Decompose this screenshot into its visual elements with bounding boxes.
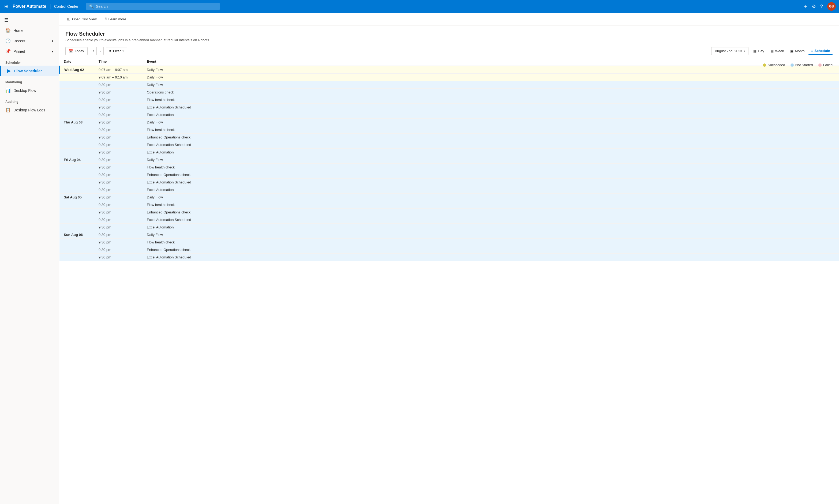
app-body: ☰ 🏠 Home 🕐 Recent ▾ 📌 Pinned ▾ Scheduler… [0,13,839,504]
table-row[interactable]: 9:30 pmFlow health check [59,239,839,246]
table-row[interactable]: 9:30 pmExcel Automation [59,223,839,231]
table-row[interactable]: Sat Aug 059:30 pmDaily Flow [59,194,839,201]
page-header: Flow Scheduler Schedules enable you to e… [59,25,839,45]
learn-more-button[interactable]: ℹ Learn more [104,16,128,22]
time-cell: 9:30 pm [94,186,143,194]
time-cell: 9:30 pm [94,119,143,126]
col-time: Time [94,57,143,66]
toolbar-strip: ⊞ Open Grid View ℹ Learn more [59,13,839,25]
time-cell: 9:30 pm [94,126,143,133]
app-title: Power Automate [13,4,46,9]
settings-icon[interactable]: ⚙ [812,3,816,10]
prev-button[interactable]: ‹ [90,47,97,55]
table-row[interactable]: 9:30 pmExcel Automation Scheduled [59,104,839,111]
legend-failed-label: Failed [823,63,833,67]
event-cell: Enhanced Operations check [143,246,839,254]
table-row[interactable]: 9:30 pmExcel Automation Scheduled [59,254,839,261]
event-cell: Excel Automation Scheduled [143,141,839,149]
search-input[interactable] [96,4,217,8]
table-row[interactable]: 9:30 pmExcel Automation [59,149,839,156]
waffle-icon[interactable]: ⊞ [3,2,10,11]
table-row[interactable]: Fri Aug 049:30 pmDaily Flow [59,156,839,164]
help-icon[interactable]: ? [820,4,823,10]
table-row[interactable]: 9:30 pmExcel Automation [59,111,839,119]
view-schedule-button[interactable]: ≡ Schedule [808,47,833,55]
legend-not-started-label: Not Started [795,63,813,67]
table-row[interactable]: 9:09 am – 9:10 amDaily Flow [59,74,839,81]
sidebar-item-flow-scheduler[interactable]: ▶ Flow Scheduler [0,66,59,76]
failed-dot [818,64,822,67]
table-row[interactable]: 9:30 pmEnhanced Operations check [59,133,839,141]
date-selector[interactable]: August 2nd, 2023 ▾ [711,47,748,55]
time-cell: 9:30 pm [94,231,143,239]
time-cell: 9:09 am – 9:10 am [94,74,143,81]
date-cell [59,149,94,156]
sidebar-item-recent[interactable]: 🕐 Recent ▾ [0,36,59,46]
filter-button[interactable]: ≡ Filter ▾ [106,47,127,55]
table-row[interactable]: 9:30 pmExcel Automation Scheduled [59,179,839,186]
table-row[interactable]: 9:30 pmFlow health check [59,201,839,209]
sidebar-toggle[interactable]: ☰ [0,15,59,25]
not-started-dot [790,64,794,67]
sidebar-item-desktop-flow[interactable]: 📊 Desktop Flow [0,85,59,96]
event-cell: Flow health check [143,164,839,171]
search-bar[interactable]: 🔍 [86,3,220,10]
monitoring-section-label: Monitoring [0,76,59,85]
sidebar-item-desktop-flow-logs[interactable]: 📋 Desktop Flow Logs [0,105,59,115]
event-cell: Flow health check [143,201,839,209]
next-button[interactable]: › [97,47,103,55]
day-view-icon: ▦ [753,49,756,53]
event-cell: Excel Automation Scheduled [143,254,839,261]
today-button[interactable]: 📅 Today [65,47,88,55]
event-cell: Enhanced Operations check [143,171,839,179]
time-cell: 9:07 am – 9:07 am [94,66,143,74]
event-cell: Excel Automation [143,186,839,194]
schedule-container: Date Time Event Wed Aug 029:07 am – 9:07… [59,57,839,504]
date-cell [59,126,94,133]
table-row[interactable]: 9:30 pmFlow health check [59,96,839,104]
event-cell: Daily Flow [143,74,839,81]
succeeded-dot [763,64,766,67]
table-row[interactable]: 9:30 pmFlow health check [59,126,839,133]
add-icon[interactable]: + [804,3,807,10]
schedule-view-icon: ≡ [811,49,813,53]
table-row[interactable]: 9:30 pmFlow health check [59,164,839,171]
event-cell: Excel Automation [143,223,839,231]
calendar-controls: 📅 Today ‹ › ≡ Filter ▾ August 2nd, 2023 … [59,45,839,57]
sidebar-item-home[interactable]: 🏠 Home [0,25,59,36]
event-cell: Excel Automation Scheduled [143,104,839,111]
col-date: Date [59,57,94,66]
date-cell [59,209,94,216]
view-week-button[interactable]: ▤ Week [768,48,786,55]
table-row[interactable]: 9:30 pmExcel Automation Scheduled [59,141,839,149]
view-day-button[interactable]: ▦ Day [751,48,767,55]
calendar-nav: ‹ › [90,47,104,55]
avatar[interactable]: GB [827,2,836,11]
time-cell: 9:30 pm [94,209,143,216]
table-row[interactable]: Thu Aug 039:30 pmDaily Flow [59,119,839,126]
table-row[interactable]: 9:30 pmOperations check [59,89,839,96]
date-cell [59,254,94,261]
event-cell: Excel Automation [143,111,839,119]
table-row[interactable]: 9:30 pmDaily Flow [59,81,839,89]
event-cell: Enhanced Operations check [143,133,839,141]
open-grid-view-button[interactable]: ⊞ Open Grid View [65,16,98,22]
table-row[interactable]: Sun Aug 069:30 pmDaily Flow [59,231,839,239]
table-row[interactable]: 9:30 pmEnhanced Operations check [59,171,839,179]
table-row[interactable]: 9:30 pmEnhanced Operations check [59,209,839,216]
date-cell: Wed Aug 02 [59,66,94,74]
table-row[interactable]: 9:30 pmEnhanced Operations check [59,246,839,254]
table-row[interactable]: Wed Aug 029:07 am – 9:07 amDaily Flow [59,66,839,74]
event-cell: Excel Automation Scheduled [143,179,839,186]
nav-divider: | [50,3,51,10]
date-cell [59,223,94,231]
date-cell [59,133,94,141]
table-row[interactable]: 9:30 pmExcel Automation Scheduled [59,216,839,223]
time-cell: 9:30 pm [94,216,143,223]
table-row[interactable]: 9:30 pmExcel Automation [59,186,839,194]
sidebar-item-pinned[interactable]: 📌 Pinned ▾ [0,46,59,56]
logs-icon: 📋 [5,107,11,112]
event-cell: Flow health check [143,96,839,104]
info-icon: ℹ [105,17,107,21]
view-month-button[interactable]: ▣ Month [788,48,807,55]
